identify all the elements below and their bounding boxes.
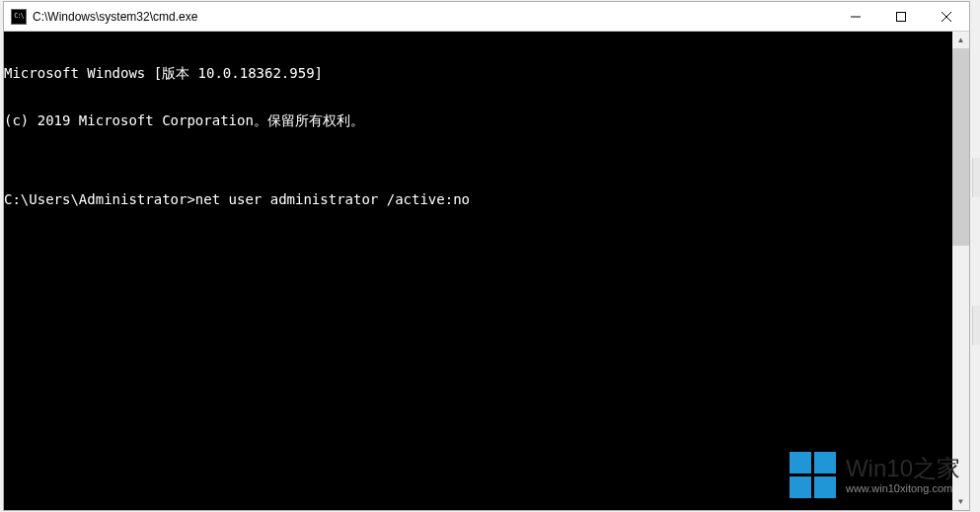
background-decoration (972, 306, 980, 345)
svg-rect-1 (897, 12, 906, 21)
windows-logo-icon (790, 452, 836, 498)
title-bar[interactable]: C:\ C:\Windows\system32\cmd.exe (4, 2, 969, 32)
terminal-line: (c) 2019 Microsoft Corporation。保留所有权利。 (4, 112, 952, 128)
watermark-url: www.win10xitong.com (846, 482, 952, 494)
maximize-icon (896, 12, 906, 22)
cmd-window: C:\ C:\Windows\system32\cmd.exe (3, 1, 970, 511)
watermark-text: Win10之家 www.win10xitong.com (846, 456, 960, 493)
window-title: C:\Windows\system32\cmd.exe (33, 10, 833, 24)
terminal-container: Microsoft Windows [版本 10.0.18362.959] (c… (4, 32, 969, 510)
background-decoration (972, 158, 980, 197)
watermark: Win10之家 www.win10xitong.com (780, 446, 970, 504)
minimize-icon (851, 12, 861, 22)
maximize-button[interactable] (878, 2, 924, 31)
scroll-thumb[interactable] (952, 48, 969, 246)
terminal-output[interactable]: Microsoft Windows [版本 10.0.18362.959] (c… (4, 32, 952, 510)
close-button[interactable] (924, 2, 969, 31)
window-controls (833, 2, 969, 31)
minimize-button[interactable] (833, 2, 878, 31)
terminal-line: Microsoft Windows [版本 10.0.18362.959] (4, 65, 952, 81)
vertical-scrollbar[interactable]: ▲ ▼ (952, 32, 969, 510)
scroll-up-button[interactable]: ▲ (952, 32, 969, 48)
chevron-up-icon: ▲ (957, 36, 965, 44)
terminal-line: C:\Users\Administrator>net user administ… (4, 191, 952, 207)
cmd-icon: C:\ (11, 9, 27, 25)
watermark-title: Win10之家 (846, 456, 960, 481)
close-icon (942, 12, 951, 22)
cmd-icon-glyph: C:\ (14, 13, 24, 20)
